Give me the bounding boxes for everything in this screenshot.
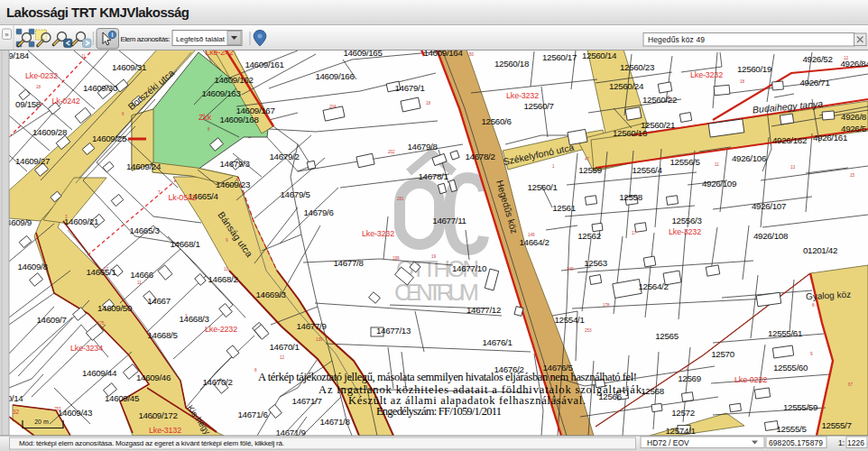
svg-text:12555/61: 12555/61 bbox=[768, 328, 802, 338]
svg-text:14609/43: 14609/43 bbox=[58, 408, 93, 418]
svg-text:14609/46: 14609/46 bbox=[136, 373, 171, 382]
svg-text:12560/17: 12560/17 bbox=[542, 52, 577, 62]
svg-text:67: 67 bbox=[848, 382, 854, 387]
svg-text:1: 1 bbox=[686, 366, 688, 371]
svg-text:4926/84: 4926/84 bbox=[841, 59, 868, 69]
svg-text:14609/7: 14609/7 bbox=[37, 315, 67, 325]
svg-text:139: 139 bbox=[316, 337, 323, 342]
svg-text:14609/44: 14609/44 bbox=[82, 368, 117, 378]
svg-text:14679/6: 14679/6 bbox=[304, 207, 335, 217]
svg-text:14609/21: 14609/21 bbox=[64, 216, 98, 226]
svg-text:11: 11 bbox=[81, 54, 86, 59]
svg-text:14677/9: 14677/9 bbox=[297, 321, 327, 331]
svg-text:12560/16: 12560/16 bbox=[613, 128, 648, 138]
svg-text:1: 1 bbox=[552, 164, 555, 169]
svg-text:4926/162: 4926/162 bbox=[772, 135, 807, 145]
svg-text:13: 13 bbox=[790, 165, 796, 170]
svg-text:12555/60: 12555/60 bbox=[773, 363, 808, 373]
svg-text:14609/166: 14609/166 bbox=[315, 71, 355, 81]
svg-text:14671/6: 14671/6 bbox=[238, 410, 269, 419]
svg-text:14609/8: 14609/8 bbox=[18, 262, 49, 272]
svg-text:12560/7: 12560/7 bbox=[524, 101, 554, 111]
svg-text:14609/27: 14609/27 bbox=[15, 156, 50, 166]
svg-text:Lke-2232: Lke-2232 bbox=[205, 325, 237, 334]
svg-text:Lke-3232: Lke-3232 bbox=[362, 229, 394, 238]
svg-text:12555/5: 12555/5 bbox=[777, 424, 808, 434]
svg-text:14670/1: 14670/1 bbox=[270, 342, 300, 352]
svg-text:11: 11 bbox=[224, 267, 228, 272]
svg-text:A térkép tájékoztató jellegű,: A térkép tájékoztató jellegű, másolata s… bbox=[258, 371, 637, 383]
svg-text:50: 50 bbox=[469, 52, 475, 57]
svg-text:14677/11: 14677/11 bbox=[432, 216, 466, 226]
svg-text:12570: 12570 bbox=[711, 349, 734, 359]
svg-text:14609/30: 14609/30 bbox=[83, 83, 118, 93]
svg-text:Lke-3234: Lke-3234 bbox=[70, 344, 103, 353]
svg-text:19: 19 bbox=[431, 254, 437, 259]
svg-text:14677/10: 14677/10 bbox=[452, 263, 487, 273]
svg-text:HD72 / EOV: HD72 / EOV bbox=[647, 438, 689, 447]
svg-text:20 m: 20 m bbox=[34, 419, 49, 425]
svg-text:14668/1: 14668/1 bbox=[171, 239, 200, 249]
svg-text:14679/3: 14679/3 bbox=[220, 159, 251, 169]
svg-text:14669/3: 14669/3 bbox=[256, 290, 287, 299]
svg-text:12564/2: 12564/2 bbox=[639, 281, 669, 291]
svg-text:14609/31: 14609/31 bbox=[112, 62, 146, 72]
svg-text:8: 8 bbox=[208, 127, 210, 132]
svg-text:47: 47 bbox=[585, 157, 590, 161]
svg-text:14668/3: 14668/3 bbox=[180, 314, 210, 324]
svg-text:14609/25: 14609/25 bbox=[92, 133, 127, 143]
svg-text:178: 178 bbox=[603, 303, 610, 308]
svg-text:4926/52: 4926/52 bbox=[803, 54, 833, 64]
svg-text:14609/24: 14609/24 bbox=[126, 161, 162, 171]
svg-text:14609/28: 14609/28 bbox=[32, 127, 68, 137]
svg-text:09/158: 09/158 bbox=[15, 99, 42, 109]
svg-text:14664/2: 14664/2 bbox=[520, 237, 549, 247]
svg-text:11: 11 bbox=[715, 162, 719, 167]
svg-text:204: 204 bbox=[329, 105, 337, 109]
svg-text:11: 11 bbox=[137, 281, 142, 285]
svg-text:4926/161: 4926/161 bbox=[813, 133, 847, 143]
svg-text:12558: 12558 bbox=[619, 192, 642, 202]
svg-text:Engedélyszám: FF/1059/1/2011: Engedélyszám: FF/1059/1/2011 bbox=[376, 405, 502, 418]
svg-text:249: 249 bbox=[567, 267, 574, 272]
svg-text:14678/2: 14678/2 bbox=[466, 152, 495, 161]
svg-text:12556/4: 12556/4 bbox=[633, 165, 663, 175]
svg-text:253: 253 bbox=[585, 328, 592, 333]
svg-text:17: 17 bbox=[632, 231, 637, 235]
svg-text:4926/71: 4926/71 bbox=[800, 78, 830, 87]
svg-text:14609/162: 14609/162 bbox=[214, 75, 253, 85]
svg-text:12556/3: 12556/3 bbox=[672, 216, 703, 226]
svg-text:14679/2: 14679/2 bbox=[270, 152, 300, 161]
svg-text:698205,175879: 698205,175879 bbox=[769, 438, 823, 447]
svg-text:Lke-0232: Lke-0232 bbox=[25, 71, 58, 80]
svg-text:9: 9 bbox=[226, 238, 228, 243]
svg-text:14609/161: 14609/161 bbox=[245, 60, 283, 69]
svg-text:4926/109: 4926/109 bbox=[702, 179, 736, 189]
svg-text:»: » bbox=[5, 31, 9, 39]
svg-text:Lke-3232: Lke-3232 bbox=[669, 227, 701, 236]
svg-text:18: 18 bbox=[740, 79, 745, 84]
svg-text:14609/172: 14609/172 bbox=[138, 410, 177, 420]
svg-text:14609/23: 14609/23 bbox=[216, 179, 251, 189]
svg-text:Mód: térképi elem azonosítása.: Mód: térképi elem azonosítása. Mozgasd a… bbox=[19, 439, 284, 447]
svg-text:Lakossági TRT KMJVlakosság: Lakossági TRT KMJVlakosság bbox=[6, 5, 189, 20]
svg-text:12: 12 bbox=[280, 355, 285, 360]
svg-text:281: 281 bbox=[397, 197, 404, 201]
svg-text:12560/22: 12560/22 bbox=[642, 95, 677, 105]
svg-text:14665/1: 14665/1 bbox=[87, 267, 116, 277]
svg-text:12560/14: 12560/14 bbox=[582, 51, 617, 60]
svg-text:Lk-0242: Lk-0242 bbox=[51, 97, 79, 106]
svg-text:Lke-3132: Lke-3132 bbox=[149, 426, 181, 435]
svg-text:4926/106: 4926/106 bbox=[732, 153, 767, 163]
svg-text:Elem azonosítás:: Elem azonosítás: bbox=[121, 35, 171, 43]
svg-text:12555/7: 12555/7 bbox=[822, 420, 852, 430]
svg-text:12556/5: 12556/5 bbox=[670, 157, 701, 167]
svg-text:12560/19: 12560/19 bbox=[737, 64, 771, 74]
svg-text:01201/42: 01201/42 bbox=[803, 245, 837, 255]
svg-text:14666: 14666 bbox=[130, 270, 153, 280]
svg-text:14609/168: 14609/168 bbox=[219, 115, 259, 124]
svg-text:4926/8: 4926/8 bbox=[841, 112, 867, 122]
svg-text:12560/24: 12560/24 bbox=[609, 81, 644, 91]
svg-text:14677/8: 14677/8 bbox=[334, 258, 365, 268]
svg-text:12563: 12563 bbox=[584, 258, 607, 268]
